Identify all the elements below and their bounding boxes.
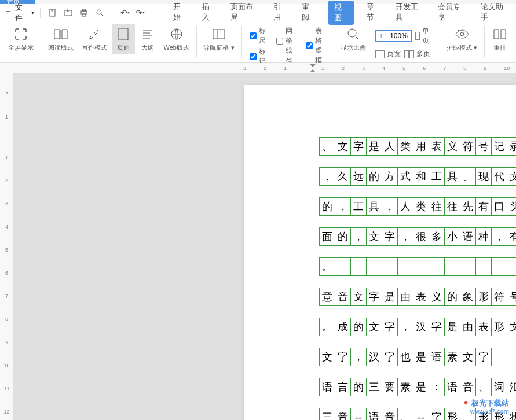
text-grid-cell[interactable]: 文	[460, 348, 476, 366]
text-grid-cell[interactable]: 现	[475, 167, 492, 186]
text-grid-cell[interactable]: 意	[319, 288, 335, 306]
text-grid-cell[interactable]: 文	[366, 318, 382, 336]
text-grid-cell[interactable]: 、	[397, 408, 413, 420]
fullscreen-button[interactable]: 全屏显示	[5, 24, 37, 54]
text-grid-cell[interactable]: 。	[319, 257, 335, 276]
text-grid-cell[interactable]: 音	[382, 408, 398, 420]
text-grid-cell[interactable]: 由	[397, 288, 413, 306]
text-grid-cell[interactable]: 往	[429, 197, 445, 216]
text-grid-cell[interactable]: 音	[335, 408, 351, 420]
eye-mode-button[interactable]: 护眼模式 ▾	[443, 24, 481, 54]
text-grid-cell[interactable]: 汉	[413, 318, 429, 336]
menu-member[interactable]: 会员专享	[436, 1, 467, 25]
menu-references[interactable]: 引用	[271, 1, 290, 25]
text-grid-cell[interactable]: 三	[319, 408, 335, 420]
text-grid-cell[interactable]: ，	[350, 227, 367, 246]
text-grid-cell[interactable]: 文	[319, 348, 335, 366]
text-grid-cell[interactable]: 用	[413, 137, 429, 156]
text-grid-cell[interactable]: 的	[319, 197, 335, 216]
text-grid-cell[interactable]: 先	[460, 197, 476, 216]
page-button[interactable]: 页面	[112, 24, 135, 54]
text-grid-cell[interactable]	[491, 257, 507, 276]
text-grid-cell[interactable]: 号	[507, 288, 516, 306]
text-grid-cell[interactable]: 字	[429, 408, 445, 420]
text-grid-cell[interactable]: 义	[444, 137, 460, 156]
undo-icon[interactable]: ↶▾	[118, 6, 131, 20]
text-grid-cell[interactable]: 。	[460, 167, 476, 186]
text-grid-cell[interactable]: ，	[382, 197, 398, 216]
text-grid-cell[interactable]: 类	[413, 197, 429, 216]
text-grid-cell[interactable]: 的	[335, 227, 351, 246]
menu-pagelayout[interactable]: 页面布局	[228, 1, 260, 25]
text-grid-cell[interactable]: 口	[491, 197, 507, 216]
text-grid-cell[interactable]: 文	[366, 227, 382, 246]
menu-devtools[interactable]: 开发工具	[393, 1, 425, 25]
text-grid-cell[interactable]	[475, 257, 492, 276]
text-grid-cell[interactable]: 记	[491, 137, 507, 156]
text-grid-cell[interactable]: 是	[413, 348, 429, 366]
text-grid-cell[interactable]: 形	[444, 408, 460, 420]
text-grid-cell[interactable]: 符	[460, 137, 476, 156]
text-grid-cell[interactable]: --	[413, 408, 429, 420]
text-grid-cell[interactable]	[382, 257, 398, 276]
text-grid-cell[interactable]: 和	[413, 167, 429, 186]
text-grid-cell[interactable]: 的	[350, 318, 367, 336]
text-grid-cell[interactable]: 音	[335, 288, 351, 306]
text-grid-cell[interactable]: 符	[491, 288, 507, 306]
text-grid-cell[interactable]: 文	[507, 318, 516, 336]
text-grid-cell[interactable]: 字	[382, 227, 398, 246]
document-page[interactable]: 、文字是人类用表义符号记录，久远的方式和工具。现代文的，工具，人类往往先有口头面…	[244, 85, 516, 420]
text-grid-cell[interactable]: 具	[444, 167, 460, 186]
text-grid-cell[interactable]: 文	[350, 288, 367, 306]
text-grid-cell[interactable]: 是	[413, 378, 429, 396]
text-grid-cell[interactable]: ，	[397, 318, 413, 336]
text-grid-cell[interactable]	[397, 257, 413, 276]
navpane-button[interactable]: 导航窗格 ▾	[200, 24, 237, 54]
text-grid-cell[interactable]: 义	[429, 288, 445, 306]
text-grid-cell[interactable]: 方	[382, 167, 398, 186]
zoom-button[interactable]: 显示比例	[337, 24, 369, 54]
text-grid-cell[interactable]: 字	[350, 137, 367, 156]
horizontal-ruler[interactable]: 321123456789101112	[0, 63, 516, 73]
text-grid-cell[interactable]: 字	[382, 348, 398, 366]
text-grid-cell[interactable]: 语	[319, 378, 335, 396]
text-grid-cell[interactable]	[335, 257, 351, 276]
menu-paper[interactable]: 论文助手	[478, 1, 510, 25]
text-grid-cell[interactable]: 字	[335, 348, 351, 366]
text-grid-cell[interactable]: 是	[444, 318, 460, 336]
text-grid-cell[interactable]: --	[350, 408, 367, 420]
hamburger-icon[interactable]: ≡	[6, 8, 10, 17]
text-grid-cell[interactable]: ，	[397, 227, 413, 246]
rearrange-button[interactable]: 重排	[488, 24, 511, 54]
text-grid-cell[interactable]: 汇	[507, 378, 516, 396]
text-grid-cell[interactable]: 工	[350, 197, 367, 216]
text-grid-cell[interactable]: 词	[491, 378, 507, 396]
text-grid-cell[interactable]	[507, 348, 516, 366]
text-grid-cell[interactable]: 表	[475, 318, 492, 336]
text-grid-cell[interactable]: 很	[413, 227, 429, 246]
reading-button[interactable]: 阅读版式	[45, 24, 77, 54]
text-grid-cell[interactable]: 语	[460, 227, 476, 246]
text-grid-cell[interactable]: ：	[429, 378, 445, 396]
text-grid-cell[interactable]: 字	[429, 318, 445, 336]
text-grid-cell[interactable]: 多	[429, 227, 445, 246]
text-grid-cell[interactable]: 言	[335, 378, 351, 396]
text-grid-cell[interactable]: 字	[366, 288, 382, 306]
text-grid-cell[interactable]: 久	[335, 167, 351, 186]
text-grid-cell[interactable]: ，	[319, 167, 335, 186]
text-grid-cell[interactable]: 素	[397, 378, 413, 396]
menu-chapter[interactable]: 章节	[364, 1, 383, 25]
text-grid-cell[interactable]: 的	[366, 167, 382, 186]
text-grid-cell[interactable]: 成	[335, 318, 351, 336]
text-grid-cell[interactable]: 有	[475, 197, 492, 216]
text-grid-cell[interactable]: 代	[491, 167, 507, 186]
text-grid-cell[interactable]: 是	[366, 137, 382, 156]
text-grid-cell[interactable]: 形	[491, 318, 507, 336]
text-grid-cell[interactable]: 有	[507, 227, 516, 246]
redo-icon[interactable]: ↷▾	[134, 6, 147, 20]
text-grid-cell[interactable]	[460, 257, 476, 276]
text-grid-cell[interactable]: 往	[444, 197, 460, 216]
web-button[interactable]: Web版式	[160, 24, 193, 54]
text-grid-cell[interactable]: 人	[382, 137, 398, 156]
text-grid-cell[interactable]: 字	[382, 318, 398, 336]
